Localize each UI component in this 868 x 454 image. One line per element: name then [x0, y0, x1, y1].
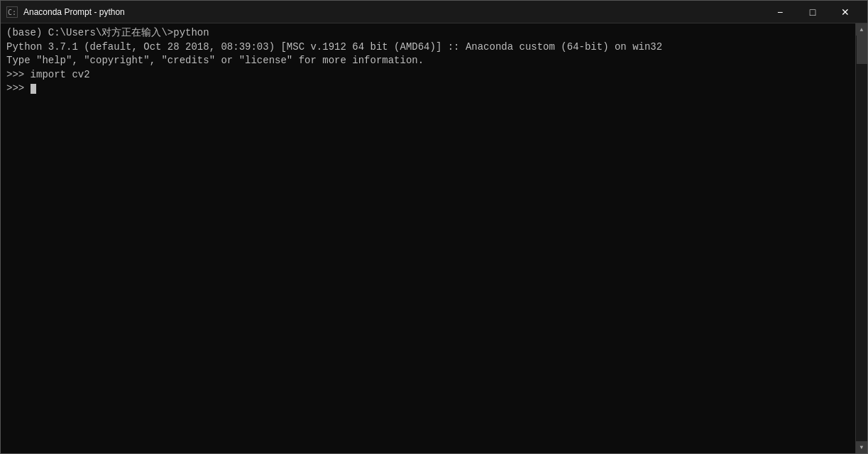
anaconda-icon: C:: [6, 6, 18, 18]
window-title: Anaconda Prompt - python: [23, 7, 764, 17]
title-bar: C: Anaconda Prompt - python − □ ✕: [1, 1, 867, 23]
scroll-up-button[interactable]: ▲: [856, 23, 868, 36]
scrollbar[interactable]: ▲ ▼: [855, 23, 867, 453]
window-controls: − □ ✕: [764, 1, 862, 23]
terminal[interactable]: (base) C:\Users\对方正在输入\>python Python 3.…: [1, 23, 855, 453]
content-area: (base) C:\Users\对方正在输入\>python Python 3.…: [1, 23, 867, 453]
cursor: [31, 84, 36, 94]
close-button[interactable]: ✕: [829, 1, 862, 23]
scroll-thumb[interactable]: [857, 36, 867, 64]
maximize-button[interactable]: □: [796, 1, 829, 23]
terminal-line-5: >>>: [6, 82, 850, 96]
window: C: Anaconda Prompt - python − □ ✕ (base)…: [0, 0, 868, 454]
terminal-line-2: Python 3.7.1 (default, Oct 28 2018, 08:3…: [6, 40, 850, 55]
terminal-line-4: >>> import cv2: [6, 68, 850, 82]
terminal-line-3: Type "help", "copyright", "credits" or "…: [6, 54, 850, 68]
scroll-track: [856, 36, 867, 441]
scroll-down-button[interactable]: ▼: [856, 441, 868, 453]
minimize-button[interactable]: −: [764, 1, 796, 23]
svg-text:C:: C:: [8, 9, 16, 16]
terminal-line-1: (base) C:\Users\对方正在输入\>python: [6, 26, 850, 40]
